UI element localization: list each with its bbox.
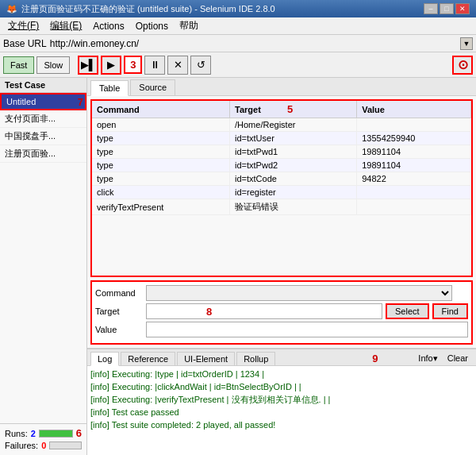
menu-file[interactable]: 文件(F) [3,17,44,34]
runs-value: 2 [31,429,36,438]
annotation-9: 9 [277,353,378,364]
table-row[interactable]: open/Home/Register [92,118,471,132]
slow-button[interactable]: Slow [36,56,70,74]
command-row: Command [95,285,468,301]
failures-label: Failures: [5,441,38,450]
tab-source[interactable]: Source [130,79,175,95]
test-case-item-china[interactable]: 中国搅盘手... [0,128,86,145]
table-cell-target: id=txtPwd1 [230,145,357,159]
menu-options[interactable]: Options [131,19,173,33]
stop-button[interactable]: ✕ [167,56,188,75]
close-button[interactable]: ✕ [455,3,470,14]
table-cell-command: type [92,145,230,159]
log-line: [info] Executing: |clickAndWait | id=Btn… [90,380,473,393]
table-row[interactable]: typeid=txtPwd219891104 [92,159,471,172]
log-tab-log[interactable]: Log [90,352,119,366]
editor-area: Command Target 8 Select Find Value [90,280,473,345]
base-url-value: http://win.emoney.cn/ [50,38,460,49]
runs-row: Runs: 2 6 [5,427,82,439]
table-cell-command: type [92,159,230,172]
table-cell-command: click [92,186,230,199]
log-tab-spacer: 9 [277,353,413,364]
table-cell-value: 19891104 [357,145,471,159]
stats-area: Runs: 2 6 Failures: 0 [0,423,86,455]
test-case-item-payment[interactable]: 支付页面非... [0,110,86,128]
log-tab-bar: Log Reference UI-Element Rollup 9 Info▾ … [87,349,476,366]
clear-button[interactable]: Clear [443,352,473,364]
menu-bar: 文件(F) 编辑(E) Actions Options 帮助 [0,17,476,35]
fast-button[interactable]: Fast [3,56,34,74]
base-url-dropdown[interactable]: ▼ [460,37,473,50]
pause-button[interactable]: ⏸ [144,56,165,75]
table-row[interactable]: typeid=txtPwd119891104 [92,145,471,159]
table-cell-target: id=txtUser [230,132,357,145]
test-case-item-register[interactable]: 注册页面验... [0,145,86,163]
command-select[interactable] [146,285,452,301]
table-row[interactable]: verifyTextPresent验证码错误 [92,199,471,215]
test-case-header: Test Case [0,78,86,93]
annotation-5: 5 [287,103,293,115]
tab-table[interactable]: Table [90,80,129,96]
value-label: Value [95,325,143,334]
table-cell-command: verifyTextPresent [92,199,230,215]
table-row[interactable]: typeid=txtCode94822 [92,172,471,186]
toolbar: Fast Slow ▶▌ ▶ 3 ⏸ ✕ ↺ ⊙ [0,52,476,78]
log-content: [info] Executing: |type | id=txtOrderID … [87,366,476,455]
log-tab-rollup[interactable]: Rollup [236,352,275,365]
log-line: [info] Executing: |verifyTextPresent | 没… [90,393,473,406]
menu-help[interactable]: 帮助 [175,17,203,34]
title-bar-left: 🦊 注册页面验证码不正确的验证 (untitled suite) - Selen… [6,3,275,15]
refresh-button[interactable]: ↺ [190,56,211,75]
col-target: Target 5 [230,101,357,118]
col-command: Command [92,101,230,118]
table-cell-command: type [92,132,230,145]
info-button[interactable]: Info▾ [413,352,442,365]
log-tab-reference[interactable]: Reference [121,352,175,365]
table-cell-value [357,118,471,132]
failures-bar [49,442,82,449]
test-case-item-untitled[interactable]: Untitled 7 [0,93,86,110]
log-tab-ui-element[interactable]: UI-Element [177,352,235,365]
record-button[interactable]: ⊙ [452,56,473,75]
log-line: [info] Test case passed [90,406,473,418]
menu-actions[interactable]: Actions [88,19,129,33]
failures-row: Failures: 0 [5,441,82,450]
firefox-icon: 🦊 [6,4,17,14]
table-cell-target: /Home/Register [230,118,357,132]
table-cell-value: 19891104 [357,159,471,172]
step-count: 3 [124,56,142,74]
find-button[interactable]: Find [432,303,468,319]
command-label: Command [95,288,143,298]
table-row[interactable]: clickid=register [92,186,471,199]
target-row: Target 8 Select Find [95,303,468,319]
tab-bar: Table Source [87,78,476,96]
play-all-button[interactable]: ▶▌ [78,56,98,75]
col-value: Value [357,101,471,118]
value-input[interactable] [146,322,468,337]
failures-value: 0 [41,441,46,450]
right-panel: Table Source Command Target 5 Value [87,78,476,455]
target-label: Target [95,307,143,316]
main-content: Test Case Untitled 7 支付页面非... 中国搅盘手... 注… [0,78,476,455]
table-area: Command Target 5 Value open/Home/Registe… [90,99,473,277]
table-cell-target: id=register [230,186,357,199]
table-cell-command: open [92,118,230,132]
table-cell-target: id=txtPwd2 [230,159,357,172]
value-row: Value [95,322,468,337]
annotation-8: 8 [206,306,212,318]
annotation-6: 6 [76,427,82,439]
runs-bar [39,430,73,438]
table-row[interactable]: typeid=txtUser13554259940 [92,132,471,145]
table-cell-value [357,199,471,215]
select-button[interactable]: Select [386,303,429,319]
maximize-button[interactable]: □ [440,3,454,14]
base-url-bar: Base URL http://win.emoney.cn/ ▼ [0,35,476,52]
log-panel: Log Reference UI-Element Rollup 9 Info▾ … [87,348,476,455]
title-text: 注册页面验证码不正确的验证 (untitled suite) - Seleniu… [21,3,275,15]
table-cell-value: 13554259940 [357,132,471,145]
minimize-button[interactable]: – [424,3,438,14]
log-line: [info] Executing: |type | id=txtOrderID … [90,368,473,380]
target-input[interactable] [146,303,382,319]
menu-edit[interactable]: 编辑(E) [45,17,86,34]
play-button[interactable]: ▶ [101,56,121,75]
